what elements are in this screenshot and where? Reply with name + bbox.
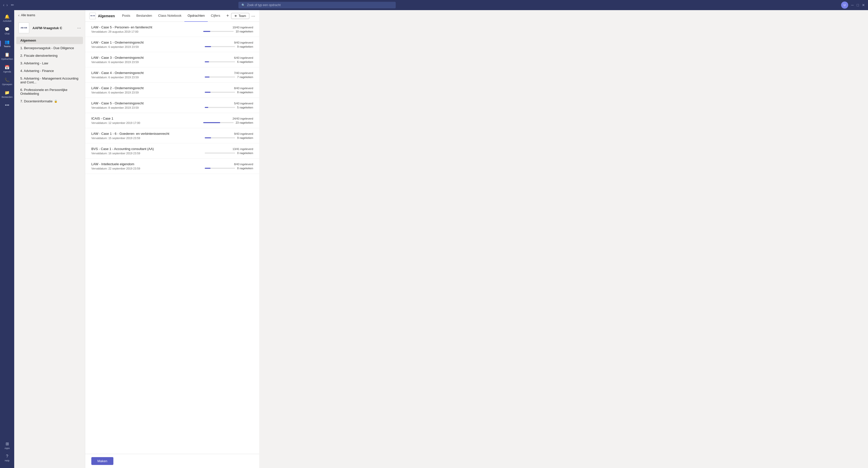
assignment-stats: 24/43 ingeleverd 23 nagekeken bbox=[203, 117, 253, 124]
sidebar-label-chat: Chat bbox=[5, 32, 9, 35]
assignment-row[interactable]: LAW - Case 3 - Ondernemingsrecht Vervald… bbox=[85, 52, 259, 67]
ingeleverd-text: 8/43 ingeleverd bbox=[234, 163, 253, 166]
assignment-row[interactable]: LAW - Case 4 - Ondernemingsrecht Vervald… bbox=[85, 67, 259, 82]
assignment-row[interactable]: BVS - Case 1 - Accounting consultant (AA… bbox=[85, 143, 259, 159]
channel-item-beroepsvraagstuk[interactable]: 1. Beroepsvraagstuk - Due Diligence bbox=[16, 44, 83, 52]
assignment-date: Vervaldatum: 6 september 2019 23:59 bbox=[91, 76, 203, 79]
assignment-title: LAW - Case 5 - Personen- en familierecht bbox=[91, 25, 203, 29]
tab-classnotebook[interactable]: Class Notebook bbox=[155, 10, 185, 22]
help-icon: ? bbox=[6, 454, 8, 459]
assignment-date: Vervaldatum: 29 augustus 2019 17:00 bbox=[91, 30, 203, 33]
maken-button[interactable]: Maken bbox=[91, 457, 113, 465]
assignment-row[interactable]: LAW - Intellectuele eigendom Vervaldatum… bbox=[85, 159, 259, 174]
channel-name-header: Algemeen bbox=[98, 14, 115, 18]
user-avatar[interactable]: U bbox=[841, 2, 848, 9]
channel-item-advisering-law[interactable]: 3. Advisering - Law bbox=[16, 60, 83, 67]
sidebar-item-ellipsis[interactable]: ••• bbox=[0, 101, 14, 109]
channel-tabs-bar: AB·AB Algemeen Posts Bestanden Class Not… bbox=[85, 10, 259, 22]
team-button[interactable]: 👁 Team bbox=[231, 13, 249, 19]
assignment-row[interactable]: LAW - Case 5 - Personen- en familierecht… bbox=[85, 22, 259, 37]
ingeleverd-text: 10/43 ingeleverd bbox=[232, 26, 253, 29]
team-options-btn[interactable]: ··· bbox=[77, 26, 81, 30]
tab-posts[interactable]: Posts bbox=[119, 10, 133, 22]
progress-bar-bg bbox=[205, 153, 235, 154]
main-panel: AB·AB Algemeen Posts Bestanden Class Not… bbox=[85, 10, 259, 468]
lock-icon: 🔒 bbox=[54, 100, 58, 103]
nav-forward-btn[interactable]: › bbox=[6, 3, 8, 7]
search-bar[interactable]: 🔍 Zoek of typ een opdracht bbox=[239, 2, 396, 8]
assignment-date: Vervaldatum: 16 september 2019 23:59 bbox=[91, 152, 203, 155]
assignment-row[interactable]: LAW - Case 1 - Ondernemingsrecht Vervald… bbox=[85, 37, 259, 52]
sidebar-item-apps[interactable]: ⊞ Apps bbox=[0, 439, 14, 452]
nav-arrows: ‹ › bbox=[3, 3, 8, 7]
assignment-title: LAW - Case 3 - Ondernemingsrecht bbox=[91, 56, 203, 60]
add-tab-btn[interactable]: + bbox=[224, 13, 231, 19]
progress-bar-fill bbox=[203, 122, 220, 123]
activiteit-icon: 🔔 bbox=[5, 14, 10, 19]
progress-bar-fill bbox=[205, 61, 209, 62]
team-name: AAFM-Vraagstuk C bbox=[32, 26, 62, 30]
sidebar-item-agenda[interactable]: 📅 Agenda bbox=[0, 63, 14, 75]
assignment-stats: 9/43 ingeleverd 9 nagekeken bbox=[203, 132, 253, 139]
nagekeken-text: 0 nagekeken bbox=[237, 152, 253, 155]
channel-item-advisering-mgmt[interactable]: 5. Advisering - Management Accounting an… bbox=[16, 75, 83, 86]
sidebar-item-activiteit[interactable]: 🔔 Activiteit bbox=[0, 12, 14, 24]
assignment-info: LAW - Case 3 - Ondernemingsrecht Vervald… bbox=[91, 56, 203, 64]
assignment-row[interactable]: ICAIS - Case 1 Vervaldatum: 12 september… bbox=[85, 113, 259, 128]
tab-opdrachten[interactable]: Opdrachten bbox=[184, 10, 208, 22]
sidebar-icons: 🔔 Activiteit 💬 Chat 👥 Teams 📋 Opdrachten… bbox=[0, 10, 14, 468]
channel-item-advisering-finance[interactable]: 4. Advisering - Finance bbox=[16, 67, 83, 74]
progress-bar-fill bbox=[205, 76, 210, 77]
assignment-date: Vervaldatum: 22 september 2019 23:59 bbox=[91, 167, 203, 170]
assignment-title: LAW - Case 5 - Ondernemingsrecht bbox=[91, 101, 203, 105]
sidebar-item-help[interactable]: ? Help bbox=[0, 452, 14, 464]
assignment-row[interactable]: LAW - Case 2 - Ondernemingsrecht Vervald… bbox=[85, 82, 259, 98]
title-bar-right: U ─ □ ✕ bbox=[841, 2, 865, 9]
ingeleverd-text: 9/43 ingeleverd bbox=[234, 41, 253, 44]
minimize-btn[interactable]: ─ bbox=[851, 3, 854, 7]
assignment-stats: 5/43 ingeleverd 5 nagekeken bbox=[203, 102, 253, 109]
assignment-stats: 7/43 ingeleverd 7 nagekeken bbox=[203, 71, 253, 78]
sidebar-item-chat[interactable]: 💬 Chat bbox=[0, 25, 14, 37]
sidebar-item-teams[interactable]: 👥 Teams bbox=[0, 37, 14, 50]
channel-item-algemeen[interactable]: Algemeen bbox=[16, 37, 83, 44]
maximize-btn[interactable]: □ bbox=[857, 3, 859, 7]
nagekeken-text: 8 nagekeken bbox=[237, 91, 253, 94]
assignment-row[interactable]: LAW - Case 1 - 6 - Goederen- en verbinte… bbox=[85, 128, 259, 143]
channel-logo-small: AB·AB bbox=[89, 13, 96, 19]
ellipsis-icon: ••• bbox=[5, 103, 9, 107]
tab-bestanden[interactable]: Bestanden bbox=[133, 10, 155, 22]
progress-bar-bg bbox=[205, 61, 235, 62]
active-indicator bbox=[0, 40, 1, 46]
close-btn[interactable]: ✕ bbox=[862, 3, 865, 7]
sidebar-label-agenda: Agenda bbox=[3, 70, 11, 73]
nav-back-btn[interactable]: ‹ bbox=[3, 3, 4, 7]
sidebar-item-oproepen[interactable]: 📞 Oproepen bbox=[0, 75, 14, 88]
sidebar-item-opdrachten[interactable]: 📋 Opdrachten bbox=[0, 50, 14, 62]
team-btn-label: Team bbox=[239, 14, 246, 18]
assignment-info: LAW - Case 5 - Ondernemingsrecht Vervald… bbox=[91, 101, 203, 109]
nagekeken-text: 8 nagekeken bbox=[237, 167, 253, 170]
back-navigation[interactable]: ‹ Alle teams bbox=[14, 10, 85, 20]
assignment-stats: 13/41 ingeleverd 0 nagekeken bbox=[203, 147, 253, 155]
assignment-title: BVS - Case 1 - Accounting consultant (AA… bbox=[91, 147, 203, 151]
assignment-info: LAW - Case 2 - Ondernemingsrecht Vervald… bbox=[91, 86, 203, 94]
team-sidebar: ‹ Alle teams AB·AB AAFM-Vraagstuk C ··· … bbox=[14, 10, 85, 468]
channel-item-fiscale[interactable]: 2. Fiscale dienstverlening bbox=[16, 52, 83, 59]
channel-item-professionele[interactable]: 6. Professionele en Persoonlijke Ontwikk… bbox=[16, 86, 83, 97]
sidebar-item-bestanden[interactable]: 📁 Bestanden bbox=[0, 88, 14, 100]
progress-bar-bg bbox=[205, 46, 235, 47]
compose-icon[interactable]: ✏ bbox=[11, 3, 14, 7]
sidebar-label-bestanden: Bestanden bbox=[2, 96, 12, 98]
teams-icon: 👥 bbox=[5, 39, 10, 44]
more-options-btn[interactable]: ··· bbox=[251, 14, 255, 18]
assignment-title: LAW - Case 1 - 6 - Goederen- en verbinte… bbox=[91, 132, 203, 136]
tab-cijfers[interactable]: Cijfers bbox=[208, 10, 223, 22]
channel-item-docenteninformatie[interactable]: 7. Docenteninformatie 🔒 bbox=[16, 98, 83, 105]
assignment-stats: 8/43 ingeleverd 8 nagekeken bbox=[203, 87, 253, 94]
assignment-row[interactable]: LAW - Case 5 - Ondernemingsrecht Vervald… bbox=[85, 98, 259, 113]
assignment-info: LAW - Case 4 - Ondernemingsrecht Vervald… bbox=[91, 71, 203, 79]
assignment-date: Vervaldatum: 15 september 2019 23:59 bbox=[91, 137, 203, 140]
team-logo: AB·AB bbox=[18, 22, 29, 33]
progress-bar-bg bbox=[205, 137, 235, 138]
